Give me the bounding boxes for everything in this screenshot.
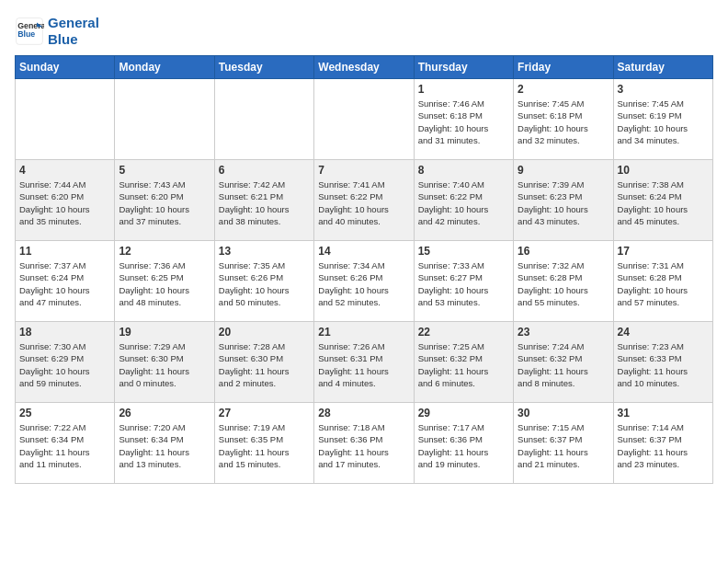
calendar-table: SundayMondayTuesdayWednesdayThursdayFrid… bbox=[15, 55, 713, 484]
day-number: 28 bbox=[318, 407, 409, 419]
day-info: Sunrise: 7:43 AM Sunset: 6:20 PM Dayligh… bbox=[119, 178, 210, 227]
day-info: Sunrise: 7:35 AM Sunset: 6:26 PM Dayligh… bbox=[219, 259, 310, 308]
day-of-week-header: Friday bbox=[514, 56, 613, 79]
day-number: 24 bbox=[618, 326, 709, 339]
day-info: Sunrise: 7:32 AM Sunset: 6:28 PM Dayligh… bbox=[518, 259, 609, 308]
calendar-day-cell: 21Sunrise: 7:26 AM Sunset: 6:31 PM Dayli… bbox=[314, 322, 414, 403]
day-info: Sunrise: 7:42 AM Sunset: 6:21 PM Dayligh… bbox=[219, 178, 310, 227]
day-number: 2 bbox=[518, 83, 609, 96]
calendar-week-row: 11Sunrise: 7:37 AM Sunset: 6:24 PM Dayli… bbox=[16, 241, 713, 322]
day-of-week-header: Monday bbox=[115, 56, 214, 79]
calendar-day-cell bbox=[214, 79, 313, 160]
day-info: Sunrise: 7:24 AM Sunset: 6:32 PM Dayligh… bbox=[518, 340, 609, 389]
day-number: 1 bbox=[418, 83, 509, 96]
calendar-day-cell: 25Sunrise: 7:22 AM Sunset: 6:34 PM Dayli… bbox=[16, 403, 115, 484]
calendar-day-cell: 4Sunrise: 7:44 AM Sunset: 6:20 PM Daylig… bbox=[16, 160, 115, 241]
calendar-day-cell: 10Sunrise: 7:38 AM Sunset: 6:24 PM Dayli… bbox=[613, 160, 712, 241]
calendar-day-cell: 15Sunrise: 7:33 AM Sunset: 6:27 PM Dayli… bbox=[414, 241, 513, 322]
calendar-day-cell: 18Sunrise: 7:30 AM Sunset: 6:29 PM Dayli… bbox=[16, 322, 115, 403]
calendar-day-cell: 1Sunrise: 7:46 AM Sunset: 6:18 PM Daylig… bbox=[414, 79, 513, 160]
calendar-day-cell bbox=[115, 79, 214, 160]
day-info: Sunrise: 7:19 AM Sunset: 6:35 PM Dayligh… bbox=[219, 421, 310, 470]
day-info: Sunrise: 7:36 AM Sunset: 6:25 PM Dayligh… bbox=[119, 259, 210, 308]
day-info: Sunrise: 7:20 AM Sunset: 6:34 PM Dayligh… bbox=[119, 421, 210, 470]
calendar-day-cell: 23Sunrise: 7:24 AM Sunset: 6:32 PM Dayli… bbox=[514, 322, 613, 403]
calendar-day-cell: 17Sunrise: 7:31 AM Sunset: 6:28 PM Dayli… bbox=[613, 241, 712, 322]
svg-text:Blue: Blue bbox=[17, 29, 35, 39]
day-info: Sunrise: 7:14 AM Sunset: 6:37 PM Dayligh… bbox=[618, 421, 709, 470]
day-info: Sunrise: 7:41 AM Sunset: 6:22 PM Dayligh… bbox=[318, 178, 409, 227]
day-number: 16 bbox=[518, 245, 609, 258]
calendar-week-row: 25Sunrise: 7:22 AM Sunset: 6:34 PM Dayli… bbox=[16, 403, 713, 484]
day-of-week-header: Thursday bbox=[414, 56, 513, 79]
day-number: 23 bbox=[518, 326, 609, 339]
calendar-day-cell: 30Sunrise: 7:15 AM Sunset: 6:37 PM Dayli… bbox=[514, 403, 613, 484]
day-number: 25 bbox=[19, 407, 110, 419]
day-number: 9 bbox=[518, 164, 609, 177]
day-info: Sunrise: 7:29 AM Sunset: 6:30 PM Dayligh… bbox=[119, 340, 210, 389]
day-info: Sunrise: 7:22 AM Sunset: 6:34 PM Dayligh… bbox=[19, 421, 110, 470]
day-number: 18 bbox=[19, 326, 110, 339]
logo-icon: General Blue bbox=[15, 17, 44, 46]
day-number: 31 bbox=[618, 407, 709, 419]
logo-text: GeneralBlue bbox=[48, 15, 99, 48]
day-info: Sunrise: 7:18 AM Sunset: 6:36 PM Dayligh… bbox=[318, 421, 409, 470]
day-number: 3 bbox=[618, 83, 709, 96]
calendar-day-cell: 6Sunrise: 7:42 AM Sunset: 6:21 PM Daylig… bbox=[214, 160, 313, 241]
calendar-day-cell: 7Sunrise: 7:41 AM Sunset: 6:22 PM Daylig… bbox=[314, 160, 414, 241]
day-number: 14 bbox=[318, 245, 409, 258]
day-info: Sunrise: 7:37 AM Sunset: 6:24 PM Dayligh… bbox=[19, 259, 110, 308]
calendar-day-cell: 26Sunrise: 7:20 AM Sunset: 6:34 PM Dayli… bbox=[115, 403, 214, 484]
day-info: Sunrise: 7:15 AM Sunset: 6:37 PM Dayligh… bbox=[518, 421, 609, 470]
day-number: 27 bbox=[219, 407, 310, 419]
calendar-day-cell: 11Sunrise: 7:37 AM Sunset: 6:24 PM Dayli… bbox=[16, 241, 115, 322]
calendar-day-cell: 8Sunrise: 7:40 AM Sunset: 6:22 PM Daylig… bbox=[414, 160, 513, 241]
calendar-week-row: 18Sunrise: 7:30 AM Sunset: 6:29 PM Dayli… bbox=[16, 322, 713, 403]
day-of-week-header: Sunday bbox=[16, 56, 115, 79]
calendar-week-row: 4Sunrise: 7:44 AM Sunset: 6:20 PM Daylig… bbox=[16, 160, 713, 241]
day-number: 19 bbox=[119, 326, 210, 339]
day-number: 4 bbox=[19, 164, 110, 177]
day-number: 30 bbox=[518, 407, 609, 419]
calendar-day-cell: 22Sunrise: 7:25 AM Sunset: 6:32 PM Dayli… bbox=[414, 322, 513, 403]
calendar-day-cell: 14Sunrise: 7:34 AM Sunset: 6:26 PM Dayli… bbox=[314, 241, 414, 322]
day-info: Sunrise: 7:45 AM Sunset: 6:19 PM Dayligh… bbox=[618, 98, 709, 146]
day-number: 22 bbox=[418, 326, 509, 339]
calendar-day-cell: 9Sunrise: 7:39 AM Sunset: 6:23 PM Daylig… bbox=[514, 160, 613, 241]
calendar-day-cell: 3Sunrise: 7:45 AM Sunset: 6:19 PM Daylig… bbox=[613, 79, 712, 160]
day-number: 26 bbox=[119, 407, 210, 419]
calendar-day-cell: 24Sunrise: 7:23 AM Sunset: 6:33 PM Dayli… bbox=[613, 322, 712, 403]
day-info: Sunrise: 7:44 AM Sunset: 6:20 PM Dayligh… bbox=[19, 178, 110, 227]
day-number: 15 bbox=[418, 245, 509, 258]
calendar-day-cell: 16Sunrise: 7:32 AM Sunset: 6:28 PM Dayli… bbox=[514, 241, 613, 322]
day-of-week-header: Tuesday bbox=[214, 56, 313, 79]
day-number: 5 bbox=[119, 164, 210, 177]
calendar-day-cell: 2Sunrise: 7:45 AM Sunset: 6:18 PM Daylig… bbox=[514, 79, 613, 160]
calendar-day-cell: 29Sunrise: 7:17 AM Sunset: 6:36 PM Dayli… bbox=[414, 403, 513, 484]
calendar-header-row: SundayMondayTuesdayWednesdayThursdayFrid… bbox=[16, 56, 713, 79]
day-info: Sunrise: 7:25 AM Sunset: 6:32 PM Dayligh… bbox=[418, 340, 509, 389]
day-info: Sunrise: 7:23 AM Sunset: 6:33 PM Dayligh… bbox=[618, 340, 709, 389]
calendar-week-row: 1Sunrise: 7:46 AM Sunset: 6:18 PM Daylig… bbox=[16, 79, 713, 160]
day-number: 10 bbox=[618, 164, 709, 177]
day-number: 7 bbox=[318, 164, 409, 177]
page-header: General Blue GeneralBlue bbox=[15, 15, 713, 48]
day-info: Sunrise: 7:30 AM Sunset: 6:29 PM Dayligh… bbox=[19, 340, 110, 389]
calendar-day-cell: 27Sunrise: 7:19 AM Sunset: 6:35 PM Dayli… bbox=[214, 403, 313, 484]
day-number: 12 bbox=[119, 245, 210, 258]
day-info: Sunrise: 7:40 AM Sunset: 6:22 PM Dayligh… bbox=[418, 178, 509, 227]
day-number: 8 bbox=[418, 164, 509, 177]
day-number: 6 bbox=[219, 164, 310, 177]
day-info: Sunrise: 7:39 AM Sunset: 6:23 PM Dayligh… bbox=[518, 178, 609, 227]
day-of-week-header: Wednesday bbox=[314, 56, 414, 79]
day-info: Sunrise: 7:34 AM Sunset: 6:26 PM Dayligh… bbox=[318, 259, 409, 308]
day-info: Sunrise: 7:31 AM Sunset: 6:28 PM Dayligh… bbox=[618, 259, 709, 308]
day-info: Sunrise: 7:26 AM Sunset: 6:31 PM Dayligh… bbox=[318, 340, 409, 389]
calendar-day-cell: 31Sunrise: 7:14 AM Sunset: 6:37 PM Dayli… bbox=[613, 403, 712, 484]
day-number: 20 bbox=[219, 326, 310, 339]
calendar-day-cell: 12Sunrise: 7:36 AM Sunset: 6:25 PM Dayli… bbox=[115, 241, 214, 322]
day-info: Sunrise: 7:45 AM Sunset: 6:18 PM Dayligh… bbox=[518, 98, 609, 146]
day-number: 11 bbox=[19, 245, 110, 258]
calendar-day-cell: 19Sunrise: 7:29 AM Sunset: 6:30 PM Dayli… bbox=[115, 322, 214, 403]
day-info: Sunrise: 7:33 AM Sunset: 6:27 PM Dayligh… bbox=[418, 259, 509, 308]
